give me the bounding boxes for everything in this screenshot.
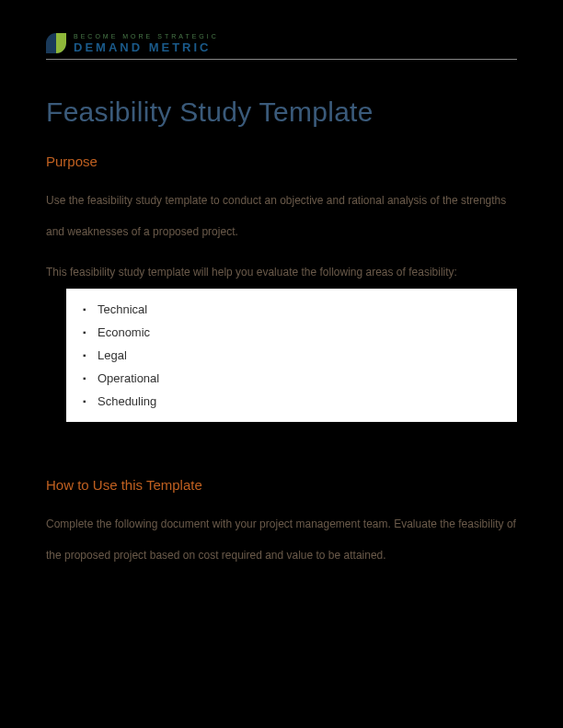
header-divider [46, 59, 517, 60]
list-item: Technical [83, 298, 500, 321]
logo-text: Become More Strategic DEMAND METRIC [74, 33, 219, 53]
purpose-paragraph-1: Use the feasibility study template to co… [46, 186, 517, 247]
logo-brand: DEMAND METRIC [74, 41, 219, 53]
how-to-use-paragraph: Complete the following document with you… [46, 509, 517, 571]
feasibility-areas-list: Technical Economic Legal Operational Sch… [83, 298, 500, 413]
list-item: Economic [83, 321, 500, 344]
document-page: Become More Strategic DEMAND METRIC Feas… [0, 0, 563, 609]
document-title: Feasibility Study Template [46, 97, 517, 128]
feasibility-areas-box: Technical Economic Legal Operational Sch… [66, 289, 517, 422]
purpose-heading: Purpose [46, 154, 517, 169]
list-item: Operational [83, 367, 500, 390]
list-item: Scheduling [83, 390, 500, 413]
list-item: Legal [83, 344, 500, 367]
logo-icon [46, 33, 66, 53]
purpose-paragraph-2: This feasibility study template will hel… [46, 264, 517, 281]
how-to-use-section: How to Use this Template Complete the fo… [46, 477, 517, 571]
how-to-use-heading: How to Use this Template [46, 477, 517, 493]
logo-tagline: Become More Strategic [74, 33, 219, 40]
logo-area: Become More Strategic DEMAND METRIC [46, 33, 517, 53]
